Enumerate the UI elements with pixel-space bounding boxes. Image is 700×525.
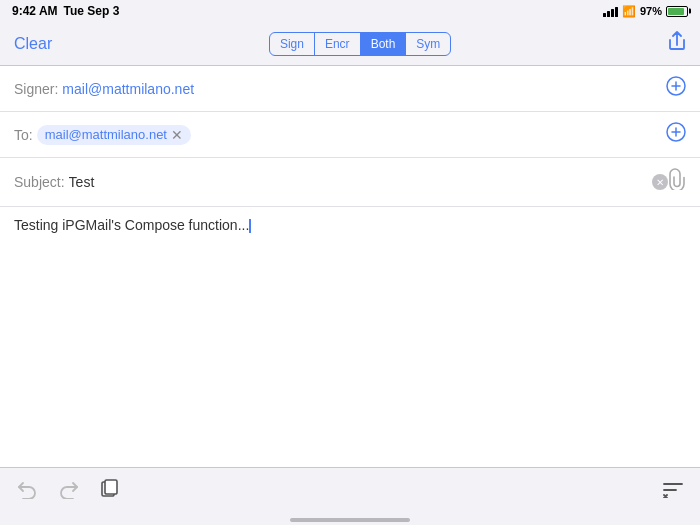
to-row: To: mail@mattmilano.net ✕ (0, 112, 700, 158)
redo-button[interactable] (58, 479, 80, 504)
status-bar-right: 📶 97% (603, 5, 688, 18)
battery-text: 97% (640, 5, 662, 17)
clipboard-button[interactable] (100, 478, 120, 505)
to-chip-value: mail@mattmilano.net (45, 127, 167, 142)
signer-value: mail@mattmilano.net (62, 81, 666, 97)
compose-toolbar: Clear SignEncrBothSym (0, 22, 700, 66)
to-chip-remove[interactable]: ✕ (171, 127, 183, 143)
toolbar-left: Clear (14, 31, 52, 57)
attachment-button[interactable] (668, 168, 686, 196)
status-bar: 9:42 AM Tue Sep 3 📶 97% (0, 0, 700, 22)
compose-form: Signer: mail@mattmilano.net To: mail@mat… (0, 66, 700, 207)
subject-input[interactable] (69, 174, 648, 190)
text-cursor (249, 219, 251, 233)
svg-rect-7 (105, 480, 117, 494)
share-button[interactable] (668, 31, 686, 56)
segment-btn-encr[interactable]: Encr (315, 33, 361, 55)
signer-row: Signer: mail@mattmilano.net (0, 66, 700, 112)
battery-icon (666, 6, 688, 17)
wifi-icon: 📶 (622, 5, 636, 18)
bottom-toolbar-left (16, 478, 120, 505)
bottom-toolbar (0, 467, 700, 515)
signer-label: Signer: (14, 81, 58, 97)
segment-btn-sign[interactable]: Sign (270, 33, 315, 55)
compose-body[interactable]: Testing iPGMail's Compose function... (0, 207, 700, 467)
signer-add-button[interactable] (666, 76, 686, 101)
segment-control: SignEncrBothSym (269, 32, 451, 56)
segment-btn-sym[interactable]: Sym (406, 33, 450, 55)
subject-clear-button[interactable]: ✕ (652, 174, 668, 190)
home-bar (290, 518, 410, 522)
undo-button[interactable] (16, 479, 38, 504)
status-day: Tue Sep 3 (64, 4, 120, 18)
toolbar-right (668, 31, 686, 56)
battery-fill (668, 8, 684, 15)
to-add-button[interactable] (666, 122, 686, 147)
status-bar-left: 9:42 AM Tue Sep 3 (12, 4, 119, 18)
subject-label: Subject: (14, 174, 65, 190)
body-text: Testing iPGMail's Compose function... (14, 217, 249, 233)
toolbar-center: SignEncrBothSym (269, 32, 451, 56)
keyboard-dismiss-button[interactable] (662, 480, 684, 503)
subject-row: Subject: ✕ (0, 158, 700, 207)
status-time: 9:42 AM (12, 4, 58, 18)
to-label: To: (14, 127, 33, 143)
segment-btn-both[interactable]: Both (361, 33, 407, 55)
home-indicator (0, 515, 700, 525)
signal-bars (603, 6, 618, 17)
clear-button[interactable]: Clear (14, 31, 52, 57)
to-tag-chip: mail@mattmilano.net ✕ (37, 125, 191, 145)
